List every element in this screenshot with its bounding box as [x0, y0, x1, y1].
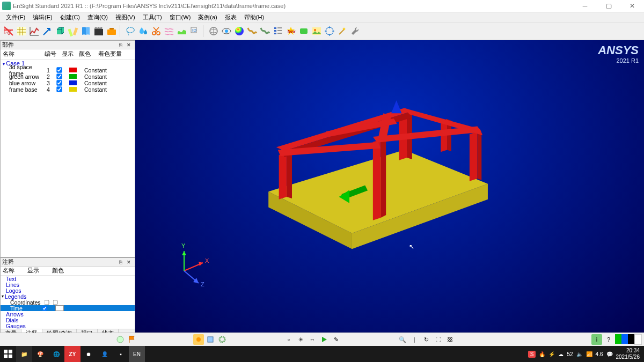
- part-visible-checkbox[interactable]: [56, 73, 62, 79]
- anno-item-logos[interactable]: Logos: [1, 287, 135, 293]
- status-pick-icon[interactable]: ▫: [283, 334, 294, 345]
- menu-tools[interactable]: 工具(T): [139, 13, 166, 22]
- tool-surface-icon[interactable]: [175, 25, 188, 38]
- status-play-icon[interactable]: [319, 334, 330, 345]
- tool-cut-icon[interactable]: [150, 25, 163, 38]
- task-record-icon[interactable]: ⏺: [80, 346, 97, 362]
- tool-wand-icon[interactable]: [336, 25, 349, 38]
- tool-identify-icon[interactable]: ID: [188, 25, 201, 38]
- status-gear-icon[interactable]: [217, 334, 228, 345]
- tool-cube-icon[interactable]: [54, 25, 67, 38]
- tray-bolt-icon[interactable]: ⚡: [548, 351, 555, 357]
- tool-wrench-icon[interactable]: [349, 25, 362, 38]
- status-cube-icon[interactable]: [205, 334, 216, 345]
- part-row[interactable]: frame base 4 Constant: [1, 86, 135, 93]
- tool-cursor-icon[interactable]: [2, 25, 15, 38]
- anno-col-name[interactable]: 名称: [3, 267, 14, 275]
- status-move-icon[interactable]: ↔: [307, 334, 318, 345]
- color-swatch[interactable]: [69, 80, 77, 85]
- anno-col-show[interactable]: 显示: [27, 267, 39, 275]
- anno-item-gauges[interactable]: Gauges: [1, 323, 135, 329]
- color-picker-swatches[interactable]: [615, 334, 642, 345]
- part-row[interactable]: 3d space frame 1 Constant: [1, 67, 135, 73]
- tool-grid-icon[interactable]: [15, 25, 28, 38]
- status-zoom-icon[interactable]: 🔍: [397, 334, 408, 345]
- tool-lasso-icon[interactable]: [124, 25, 137, 38]
- tool-waves-icon[interactable]: [163, 25, 175, 38]
- part-row[interactable]: green arrow 2 Constant: [1, 73, 135, 80]
- close-button[interactable]: ✕: [620, 0, 644, 12]
- tool-badge-icon[interactable]: [297, 25, 310, 38]
- anno-item-legends[interactable]: Legends: [1, 293, 135, 299]
- part-row[interactable]: blue arrow 3 Constant: [1, 80, 135, 86]
- menu-help[interactable]: 帮助(H): [240, 13, 268, 22]
- status-rot-icon[interactable]: ↻: [421, 334, 431, 345]
- status-flag-icon[interactable]: [127, 334, 137, 345]
- task-edge-icon[interactable]: 🌐: [48, 346, 64, 362]
- tool-list-icon[interactable]: [272, 25, 284, 38]
- tool-book-icon[interactable]: [79, 25, 92, 38]
- anno-coords-colorcheck[interactable]: [53, 300, 57, 305]
- tool-shade2-icon[interactable]: [259, 25, 272, 38]
- tool-arrow-icon[interactable]: [41, 25, 54, 38]
- anno-item-arrows[interactable]: Arrows: [1, 311, 135, 317]
- tray-vol-icon[interactable]: 🔈: [576, 351, 583, 357]
- task-terminal-icon[interactable]: ▪: [113, 346, 129, 362]
- tray-fire-icon[interactable]: 🔥: [539, 351, 545, 357]
- anno-item-text[interactable]: Text: [1, 276, 135, 282]
- col-colorvar[interactable]: 着色变量: [96, 50, 124, 58]
- task-app1-icon[interactable]: 🍄: [32, 346, 48, 362]
- menu-view[interactable]: 视图(V): [112, 13, 139, 22]
- task-lang-icon[interactable]: EN: [129, 346, 145, 362]
- menu-report[interactable]: 报表: [221, 13, 240, 22]
- tool-ruler-icon[interactable]: [67, 25, 79, 38]
- color-swatch[interactable]: [69, 68, 77, 72]
- tool-image-icon[interactable]: [310, 25, 323, 38]
- status-sun-icon[interactable]: [193, 334, 204, 345]
- status-fit-icon[interactable]: ⛶: [433, 334, 443, 345]
- anno-time-swatch[interactable]: [55, 305, 64, 311]
- col-color[interactable]: 颜色: [77, 50, 96, 58]
- task-zy-icon[interactable]: ZY: [64, 346, 80, 362]
- panel-close-icon[interactable]: ✕: [125, 258, 133, 266]
- maximize-button[interactable]: ▢: [597, 0, 620, 12]
- start-button[interactable]: [0, 346, 16, 362]
- tool-new-icon[interactable]: New: [284, 25, 297, 38]
- panel-undock-icon[interactable]: ⎘: [116, 258, 125, 266]
- menu-file[interactable]: 文件(F): [2, 13, 29, 22]
- taskbar-clock[interactable]: 20:34 2021/5/26: [616, 348, 640, 360]
- col-name[interactable]: 名称: [1, 50, 42, 58]
- panel-close-icon[interactable]: ✕: [125, 41, 133, 49]
- tool-movie-icon[interactable]: [92, 25, 105, 38]
- tool-drops-icon[interactable]: [137, 25, 150, 38]
- part-visible-checkbox[interactable]: [56, 80, 62, 85]
- 3d-viewport[interactable]: ANSYS 2021 R1: [135, 40, 644, 333]
- color-swatch[interactable]: [69, 87, 77, 92]
- menu-query[interactable]: 查询(Q): [84, 13, 112, 22]
- col-show[interactable]: 显示: [60, 50, 77, 58]
- menu-case[interactable]: 案例(a): [194, 13, 221, 22]
- status-sep-icon[interactable]: |: [409, 334, 420, 345]
- anno-item-dials[interactable]: Dials: [1, 317, 135, 323]
- panel-undock-icon[interactable]: ⎘: [116, 41, 125, 49]
- tool-toolbox-icon[interactable]: [105, 25, 118, 38]
- tool-shade1-icon[interactable]: [246, 25, 259, 38]
- anno-col-color[interactable]: 颜色: [52, 267, 64, 275]
- part-visible-checkbox[interactable]: [56, 67, 62, 72]
- anno-item-lines[interactable]: Lines: [1, 282, 135, 287]
- menu-edit[interactable]: 编辑(E): [29, 13, 56, 22]
- tool-eye-icon[interactable]: [220, 25, 233, 38]
- status-help-icon[interactable]: ?: [603, 334, 614, 345]
- col-id[interactable]: 编号: [42, 50, 60, 58]
- status-link-icon[interactable]: ⛓: [444, 334, 455, 345]
- part-visible-checkbox[interactable]: [56, 86, 62, 92]
- tool-sphere-icon[interactable]: [233, 25, 246, 38]
- status-light-icon[interactable]: [115, 334, 126, 345]
- menu-create[interactable]: 创建(C): [56, 13, 84, 22]
- minimize-button[interactable]: ─: [573, 0, 597, 12]
- status-tool-icon[interactable]: ✎: [331, 334, 341, 345]
- tool-globe-icon[interactable]: [207, 25, 220, 38]
- tray-action-icon[interactable]: 💬: [606, 351, 613, 357]
- anno-coords-checkbox[interactable]: [44, 300, 49, 305]
- anno-sub-coords[interactable]: Coordinates: [1, 299, 135, 305]
